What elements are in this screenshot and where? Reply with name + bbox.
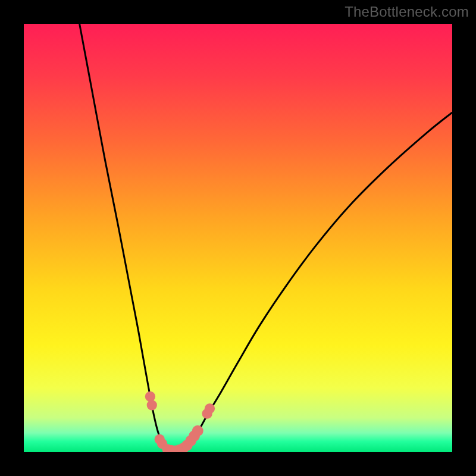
curve-left-curve	[80, 24, 175, 452]
data-marker	[192, 425, 203, 437]
watermark-text: TheBottleneck.com	[345, 4, 469, 20]
chart-frame: TheBottleneck.com	[0, 0, 476, 476]
chart-svg	[24, 24, 452, 452]
data-marker	[147, 400, 157, 410]
data-marker	[145, 392, 155, 402]
data-marker	[205, 403, 215, 414]
curve-right-curve	[174, 112, 452, 452]
plot-area	[24, 24, 452, 452]
series-group	[80, 24, 452, 452]
